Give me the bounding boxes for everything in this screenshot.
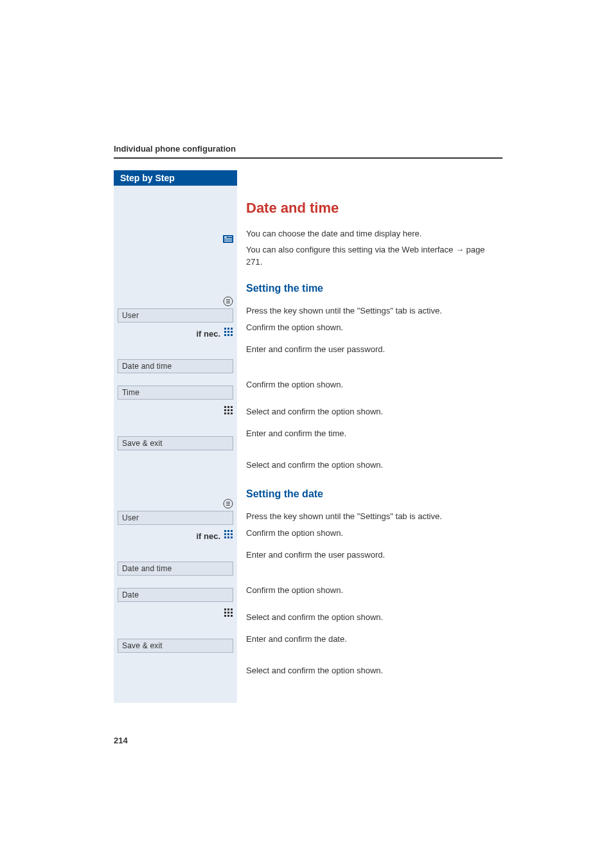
svg-rect-35 <box>224 533 226 535</box>
svg-rect-14 <box>227 331 229 333</box>
svg-rect-24 <box>231 409 233 411</box>
svg-rect-25 <box>224 412 226 414</box>
svg-rect-17 <box>227 334 229 336</box>
step-confirm-user-date: Confirm the option shown. <box>246 527 503 541</box>
menu-option-user: User <box>118 511 233 525</box>
svg-rect-19 <box>224 406 226 408</box>
svg-rect-22 <box>224 409 226 411</box>
step-press-settings-date: Press the key shown until the "Settings"… <box>246 510 503 524</box>
step-confirm-datetime-date: Confirm the option shown. <box>246 584 503 598</box>
step-select-date: Select and confirm the option shown. <box>246 611 503 625</box>
right-column: Date and time You can choose the date an… <box>237 186 503 703</box>
step-save-date: Select and confirm the option shown. <box>246 664 503 678</box>
step-confirm-user: Confirm the option shown. <box>246 321 503 335</box>
svg-rect-30 <box>226 504 230 504</box>
svg-rect-39 <box>227 536 229 538</box>
svg-rect-34 <box>231 530 233 532</box>
svg-rect-36 <box>227 533 229 535</box>
step-enter-password-date: Enter and confirm the user password. <box>246 549 503 563</box>
svg-rect-31 <box>226 505 230 506</box>
svg-rect-3 <box>224 238 232 239</box>
arrow-icon: → <box>456 245 464 254</box>
subsection-setting-date: Setting the date <box>246 488 503 500</box>
svg-rect-46 <box>231 612 233 614</box>
intro-text-2: You can also configure this setting via … <box>246 244 503 269</box>
keypad-icon <box>224 608 233 620</box>
keypad-icon <box>224 328 233 339</box>
step-enter-password: Enter and confirm the user password. <box>246 343 503 357</box>
svg-rect-49 <box>231 615 233 617</box>
svg-rect-26 <box>227 412 229 414</box>
svg-rect-11 <box>227 328 229 330</box>
keypad-icon <box>224 530 233 542</box>
svg-rect-2 <box>227 236 232 237</box>
svg-rect-23 <box>227 409 229 411</box>
svg-rect-40 <box>231 536 233 538</box>
svg-rect-48 <box>227 615 229 617</box>
svg-rect-45 <box>227 612 229 614</box>
svg-rect-16 <box>224 334 226 336</box>
svg-rect-27 <box>231 412 233 414</box>
step-select-time: Select and confirm the option shown. <box>246 405 503 420</box>
menu-option-save-exit: Save & exit <box>118 436 233 450</box>
subsection-setting-time: Setting the time <box>246 283 503 294</box>
svg-rect-47 <box>224 615 226 617</box>
left-column: User if nec. Date and time Time <box>114 186 237 703</box>
settings-key-icon <box>223 499 233 511</box>
intro2-prefix: You can also configure this setting via … <box>246 245 456 254</box>
svg-rect-21 <box>231 406 233 408</box>
svg-rect-32 <box>224 530 226 532</box>
svg-rect-43 <box>231 608 233 610</box>
step-confirm-datetime: Confirm the option shown. <box>246 378 503 393</box>
svg-rect-15 <box>231 331 233 333</box>
if-nec-label: if nec. <box>196 531 220 541</box>
web-interface-icon <box>223 234 233 245</box>
chapter-title: Individual phone configuration <box>114 144 613 157</box>
svg-rect-37 <box>231 533 233 535</box>
settings-key-icon <box>223 296 233 309</box>
svg-rect-18 <box>231 334 233 336</box>
svg-rect-41 <box>224 608 226 610</box>
menu-option-date: Date <box>118 588 233 602</box>
svg-rect-42 <box>227 608 229 610</box>
svg-rect-5 <box>224 241 232 242</box>
svg-rect-7 <box>226 299 230 300</box>
section-heading: Date and time <box>246 200 503 217</box>
svg-rect-20 <box>227 406 229 408</box>
menu-option-date-and-time: Date and time <box>118 359 233 373</box>
menu-option-save-exit: Save & exit <box>118 639 233 653</box>
svg-rect-38 <box>224 536 226 538</box>
svg-rect-44 <box>224 612 226 614</box>
menu-option-time: Time <box>118 385 233 400</box>
if-nec-label: if nec. <box>196 329 220 339</box>
step-save-time: Select and confirm the option shown. <box>246 459 503 473</box>
svg-rect-12 <box>231 328 233 330</box>
svg-rect-4 <box>224 240 232 240</box>
header-rule <box>114 157 502 159</box>
svg-rect-29 <box>226 502 230 502</box>
menu-option-date-and-time: Date and time <box>118 562 233 576</box>
svg-rect-10 <box>224 328 226 330</box>
page-number: 214 <box>114 736 128 745</box>
keypad-icon <box>224 406 233 418</box>
step-enter-date: Enter and confirm the date. <box>246 633 503 647</box>
step-by-step-header: Step by Step <box>114 170 237 186</box>
intro-text-1: You can choose the date and time display… <box>246 228 503 240</box>
svg-rect-9 <box>226 303 230 303</box>
step-press-settings: Press the key shown until the "Settings"… <box>246 305 503 319</box>
svg-rect-1 <box>224 236 227 238</box>
svg-rect-8 <box>226 301 230 302</box>
menu-option-user: User <box>118 308 233 323</box>
step-enter-time: Enter and confirm the time. <box>246 427 503 441</box>
svg-rect-13 <box>224 331 226 333</box>
svg-rect-33 <box>227 530 229 532</box>
